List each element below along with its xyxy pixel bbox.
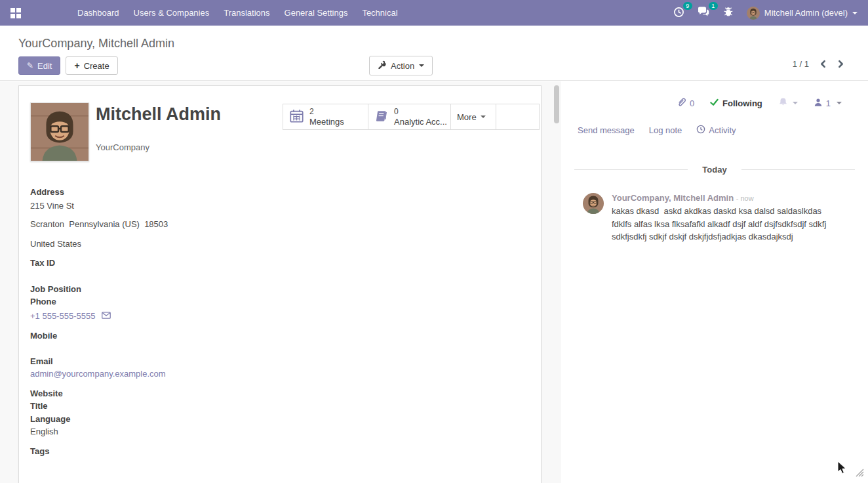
journal-book-icon — [374, 109, 389, 125]
activity-badge: 9 — [683, 2, 692, 10]
following-label: Following — [722, 98, 762, 108]
edit-button-label: Edit — [37, 61, 52, 71]
chatter-message: YourCompany, Mitchell Admin - now kakas … — [583, 193, 855, 243]
attachments-button[interactable]: 0 — [677, 97, 694, 109]
activity-label: Activity — [709, 125, 736, 135]
user-avatar — [747, 7, 760, 20]
bell-icon — [778, 97, 788, 109]
apps-menu-button[interactable] — [0, 0, 31, 26]
chat-bubbles-icon — [698, 7, 710, 19]
pager-next-button[interactable] — [837, 60, 844, 68]
activity-clock-icon — [673, 7, 684, 20]
messages-button[interactable]: 1 — [698, 7, 710, 19]
subscription-bell-button[interactable] — [778, 97, 798, 109]
email-link[interactable]: admin@yourcompany.example.com — [30, 369, 166, 379]
menu-dashboard[interactable]: Dashboard — [77, 8, 119, 18]
chatter-toolbar: 0 Following — [561, 81, 868, 109]
divider-line — [741, 169, 855, 170]
activities-button[interactable]: 9 — [673, 7, 684, 20]
date-divider: Today — [574, 165, 855, 175]
job-position-label: Job Position — [30, 283, 306, 295]
scrollbar-thumb[interactable] — [554, 85, 559, 123]
user-name-label: Mitchell Admin (devel) — [764, 8, 848, 18]
language-label: Language — [30, 413, 306, 425]
pager-previous-button[interactable] — [819, 60, 827, 68]
title-label: Title — [30, 400, 306, 412]
message-body: kakas dkasd askd akdkas daskd ksa dalsd … — [612, 205, 842, 243]
analytic-accounts-stat-button[interactable]: 0 Analytic Acc... — [368, 104, 451, 129]
website-label: Website — [30, 387, 306, 400]
meetings-label: Meetings — [309, 117, 344, 126]
breadcrumb: YourCompany, Mitchell Admin — [18, 37, 868, 51]
sms-envelope-icon[interactable] — [102, 310, 111, 322]
edit-button[interactable]: ✎ Edit — [18, 56, 60, 75]
pager: 1 / 1 — [793, 59, 844, 69]
more-label: More — [457, 112, 477, 122]
top-navbar: Dashboard Users & Companies Translations… — [0, 0, 868, 26]
navbar-systray: 9 1 — [673, 7, 868, 20]
person-icon — [814, 98, 823, 109]
resize-grip[interactable] — [854, 467, 864, 480]
chevron-down-icon — [837, 102, 842, 104]
action-menu-button[interactable]: Action — [369, 56, 433, 75]
menu-users-companies[interactable]: Users & Companies — [134, 8, 210, 18]
more-stat-button[interactable]: More — [451, 104, 496, 129]
stat-button-group: 2 Meetings 0 Ana — [283, 104, 540, 130]
contact-company-link[interactable]: YourCompany — [96, 142, 149, 152]
schedule-activity-link[interactable]: Activity — [696, 125, 736, 136]
create-button[interactable]: + Create — [66, 56, 117, 75]
analytic-accounts-label: Analytic Acc... — [394, 117, 447, 126]
form-sheet: Mitchell Admin YourCompany 2 — [18, 85, 542, 483]
email-label: Email — [30, 355, 306, 368]
paperclip-icon — [677, 97, 686, 109]
pencil-icon: ✎ — [27, 61, 33, 70]
calendar-icon — [289, 108, 304, 125]
navbar-menus: Dashboard Users & Companies Translations… — [77, 8, 398, 18]
message-author[interactable]: YourCompany, Mitchell Admin — [612, 193, 734, 203]
pager-value: 1 / 1 — [793, 59, 809, 69]
menu-translations[interactable]: Translations — [224, 8, 269, 18]
chevron-down-icon — [419, 64, 424, 67]
attachments-count: 0 — [690, 98, 694, 108]
tags-label: Tags — [30, 445, 306, 457]
chatter-panel: 0 Following — [561, 81, 868, 483]
user-menu[interactable]: Mitchell Admin (devel) — [747, 7, 858, 20]
phone-label: Phone — [30, 295, 306, 308]
bug-icon — [723, 7, 734, 19]
city-state-zip-value: Scranton Pennsylvania (US) 18503 — [30, 218, 306, 230]
address-label: Address — [30, 186, 306, 198]
contact-photo — [30, 102, 89, 161]
odoo-window: Dashboard Users & Companies Translations… — [0, 0, 868, 483]
meetings-stat-button[interactable]: 2 Meetings — [283, 104, 368, 129]
form-buttons: ✎ Edit + Create — [18, 56, 118, 75]
tax-id-label: Tax ID — [30, 257, 306, 269]
analytic-accounts-count: 0 — [394, 108, 399, 116]
create-button-label: Create — [84, 61, 109, 71]
chevron-down-icon — [481, 116, 486, 118]
followers-button[interactable]: 1 — [814, 98, 842, 109]
chevron-down-icon — [793, 102, 798, 104]
menu-general-settings[interactable]: General Settings — [285, 8, 348, 18]
following-button[interactable]: Following — [710, 98, 762, 108]
country-value: United States — [30, 238, 306, 250]
contact-fields: Address 215 Vine St Scranton Pennsylvani… — [30, 186, 306, 457]
message-timestamp: - now — [736, 194, 754, 202]
mobile-label: Mobile — [30, 329, 306, 342]
chatter-actions: Send message Log note Activity — [561, 109, 868, 136]
log-note-link[interactable]: Log note — [649, 125, 682, 136]
stat-group-filler — [496, 104, 539, 129]
debug-button[interactable] — [723, 7, 734, 19]
date-label: Today — [702, 165, 726, 175]
apps-grid-icon — [10, 8, 21, 18]
activity-clock-icon — [696, 125, 705, 136]
divider-line — [574, 169, 688, 170]
message-author-avatar — [583, 193, 604, 214]
language-value: English — [30, 425, 306, 438]
control-panel: YourCompany, Mitchell Admin ✎ Edit + Cre… — [0, 26, 868, 81]
street-value: 215 Vine St — [30, 200, 306, 212]
send-message-link[interactable]: Send message — [578, 125, 635, 136]
menu-technical[interactable]: Technical — [362, 8, 397, 18]
contact-name: Mitchell Admin — [96, 104, 221, 125]
meetings-count: 2 — [309, 108, 314, 116]
phone-link[interactable]: +1 555-555-5555 — [30, 310, 95, 322]
